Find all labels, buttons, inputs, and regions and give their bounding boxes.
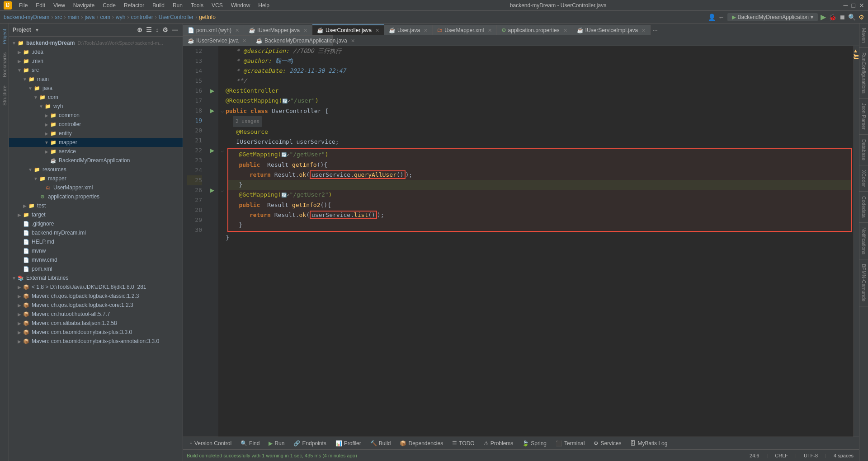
btn-endpoints[interactable]: 🔗 Endpoints [291,439,329,447]
tree-item-gitignore[interactable]: ▶ 📄 .gitignore [9,219,183,228]
right-vtab-database[interactable]: Database [859,135,868,165]
tab-pom-xml-close[interactable]: ✕ [235,28,239,33]
menu-navigate[interactable]: Navigate [70,1,98,9]
breadcrumb-controller[interactable]: controller [131,14,153,20]
tab-usercontroller-close[interactable]: ✕ [375,28,379,33]
menu-window[interactable]: Window [227,1,254,9]
tab-iuserserviceimpl[interactable]: ☕ IUserServiceImpl.java ✕ [572,25,651,35]
tab-app-properties-close[interactable]: ✕ [563,28,567,33]
tree-item-logback-classic[interactable]: ▶ 📦 Maven: ch.qos.logback:logback-classi… [9,292,183,301]
btn-spring[interactable]: 🍃 Spring [519,439,549,447]
breadcrumb-com[interactable]: com [100,14,110,20]
minimize-button[interactable]: ─ [844,2,848,9]
usages-badge[interactable]: 2 usages [233,116,262,127]
tab-pom-xml[interactable]: 📄 pom.xml (wyh) ✕ [183,25,244,35]
tree-item-app[interactable]: ▶ ☕ BackendMyDreamApplication [9,156,183,165]
run-button[interactable]: ▶ [821,13,826,21]
tree-item-fastjson[interactable]: ▶ 📦 Maven: com.alibaba:fastjson:1.2.58 [9,319,183,328]
tree-item-wyh[interactable]: ▼ 📁 wyh [9,102,183,111]
tab-app-properties[interactable]: ⚙ application.properties ✕ [497,25,572,35]
right-vtab-notifications[interactable]: Notifications [859,223,868,259]
tab-user-close[interactable]: ✕ [424,28,428,33]
status-line-sep[interactable]: CRLF [773,452,790,459]
status-indent[interactable]: 4 spaces [832,452,855,459]
run-gutter-icon-22[interactable]: ▶ [210,147,214,154]
tree-item-mvn[interactable]: ▶ 📁 .mvn [9,56,183,66]
sidebar-dropdown-icon[interactable]: ▾ [36,27,38,33]
tree-item-hutool[interactable]: ▶ 📦 Maven: cn.hutool:hutool-all:5.7.7 [9,310,183,319]
tab-iuserservice[interactable]: ☕ IUserService.java ✕ [183,35,251,46]
vtab-project[interactable]: Project [0,25,9,48]
run-gutter-icon-26[interactable]: ▶ [210,187,214,193]
tree-root[interactable]: ▼ 📁 backend-myDream D:\Tools\JavaWorkSpa… [9,38,183,47]
code-editor[interactable]: 12 13 14 15 16 17 18 19 20 21 22 23 24 2… [183,46,859,437]
tree-item-com[interactable]: ▼ 📁 com [9,93,183,102]
tab-iusermapper[interactable]: ☕ IUserMapper.java ✕ [244,25,312,35]
sidebar-sort-icon[interactable]: ↕ [155,25,160,34]
tree-item-help[interactable]: ▶ 📄 HELP.md [9,237,183,246]
btn-terminal[interactable]: ⬛ Terminal [553,439,587,447]
tree-item-jdk[interactable]: ▶ 📦 < 1.8 > D:\Tools\Java\JDK\JDK1.8\jdk… [9,282,183,292]
vtab-bookmarks[interactable]: Bookmarks [0,49,9,81]
right-vtab-codedata[interactable]: Codedata [859,192,868,223]
fold-18[interactable]: ⌵ [218,106,226,116]
tree-item-mapper[interactable]: ▼ 📁 mapper [9,138,183,147]
right-vtab-xcoder[interactable]: XCoder [859,165,868,192]
tree-item-mvnwcmd[interactable]: ▶ 📄 mvnw.cmd [9,255,183,264]
tab-usermapper-xml[interactable]: 🗂 UserMapper.xml ✕ [433,25,496,35]
gutter-26[interactable]: ▶ [206,185,218,195]
tree-item-app-prop[interactable]: ▶ ⚙ application.properties [9,192,183,201]
tree-item-test[interactable]: ▶ 📁 test [9,201,183,210]
tab-iusermapper-close[interactable]: ✕ [303,28,307,33]
gutter-22[interactable]: ▶ [206,146,218,155]
menu-edit[interactable]: Edit [32,1,49,9]
vtab-structure[interactable]: Structure [0,82,9,109]
debug-button[interactable]: 🐞 [829,14,836,21]
menu-view[interactable]: View [50,1,69,9]
breadcrumb-src[interactable]: src [55,14,62,20]
tree-item-mvnw[interactable]: ▶ 📄 mvnw [9,246,183,255]
fold-22[interactable]: ⌵ [218,146,226,155]
btn-profiler[interactable]: 📊 Profiler [333,439,364,447]
breadcrumb-wyh[interactable]: wyh [116,14,125,20]
right-vtab-runconfigurations[interactable]: RunConfigurations [859,48,868,99]
btn-problems[interactable]: ⚠ Problems [481,439,516,447]
sidebar-close-icon[interactable]: — [171,25,179,34]
run-gutter-icon-16[interactable]: ▶ [210,88,214,94]
code-block[interactable]: * @description: //TODO 三行执行 * @author: 魏… [226,46,854,437]
tree-item-external-libs[interactable]: ▼ 📚 External Libraries [9,273,183,282]
btn-dependencies[interactable]: 📦 Dependencies [397,439,446,447]
tree-item-entity[interactable]: ▶ 📁 entity [9,129,183,138]
sidebar-locate-icon[interactable]: ⊕ [136,25,143,34]
tree-item-target[interactable]: ▶ 📁 target [9,210,183,219]
btn-find[interactable]: 🔍 Find [238,439,262,447]
btn-build[interactable]: 🔨 Build [368,439,394,447]
tab-usermapper-xml-close[interactable]: ✕ [488,28,492,33]
menu-run[interactable]: Run [169,1,186,9]
tab-user[interactable]: ☕ User.java ✕ [384,25,433,35]
right-vtab-bpmn[interactable]: BPMN-Camunde [859,259,868,306]
btn-todo[interactable]: ☰ TODO [449,439,477,447]
menu-file[interactable]: File [15,1,31,9]
status-encoding[interactable]: UTF-8 [802,452,820,459]
btn-mybatis-log[interactable]: 🗄 MyBatis Log [627,439,670,447]
breadcrumb-getinfo[interactable]: getInfo [199,14,216,20]
tree-item-main[interactable]: ▼ 📁 main [9,75,183,84]
settings-icon[interactable]: ⚙ [859,14,864,21]
tree-item-pomxml[interactable]: ▶ 📄 pom.xml [9,264,183,273]
menu-refactor[interactable]: Refactor [120,1,148,9]
tree-item-resources[interactable]: ▼ 📁 resources [9,165,183,174]
breadcrumb-project[interactable]: backend-myDream [4,14,49,20]
btn-version-control[interactable]: ⑂ Version Control [187,439,234,447]
stop-button[interactable]: ⏹ [839,14,845,21]
breadcrumb-main[interactable]: main [67,14,79,20]
tree-item-idea[interactable]: ▶ 📁 .idea [9,47,183,56]
tree-item-src[interactable]: ▼ 📁 src [9,66,183,75]
search-everywhere-icon[interactable]: 🔍 [848,14,856,21]
gutter-18[interactable]: ▶ [206,106,218,116]
tree-item-usermapper-xml[interactable]: ▶ 🗂 UserMapper.xml [9,183,183,192]
tab-iuserserviceimpl-close[interactable]: ✕ [642,28,646,33]
breadcrumb-java[interactable]: java [85,14,94,20]
sidebar-settings-icon[interactable]: ⚙ [161,25,169,34]
breadcrumb-usercontroller[interactable]: UserController [159,14,193,20]
